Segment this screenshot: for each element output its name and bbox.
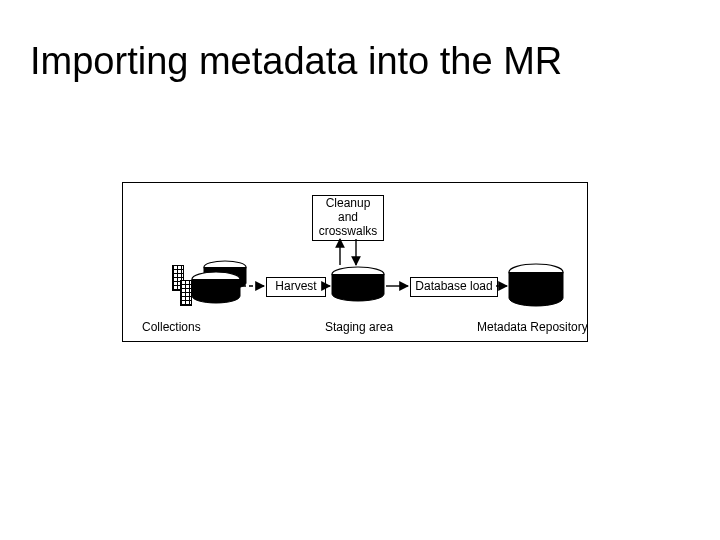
- collections-caption: Collections: [142, 320, 201, 334]
- slide-title: Importing metadata into the MR: [30, 40, 562, 83]
- dbload-box: Database load: [410, 277, 498, 297]
- collection-icon-2: [180, 280, 192, 306]
- harvest-box: Harvest: [266, 277, 326, 297]
- mr-caption: Metadata Repository: [477, 320, 588, 334]
- cleanup-box: Cleanup and crosswalks: [312, 195, 384, 241]
- staging-caption: Staging area: [325, 320, 393, 334]
